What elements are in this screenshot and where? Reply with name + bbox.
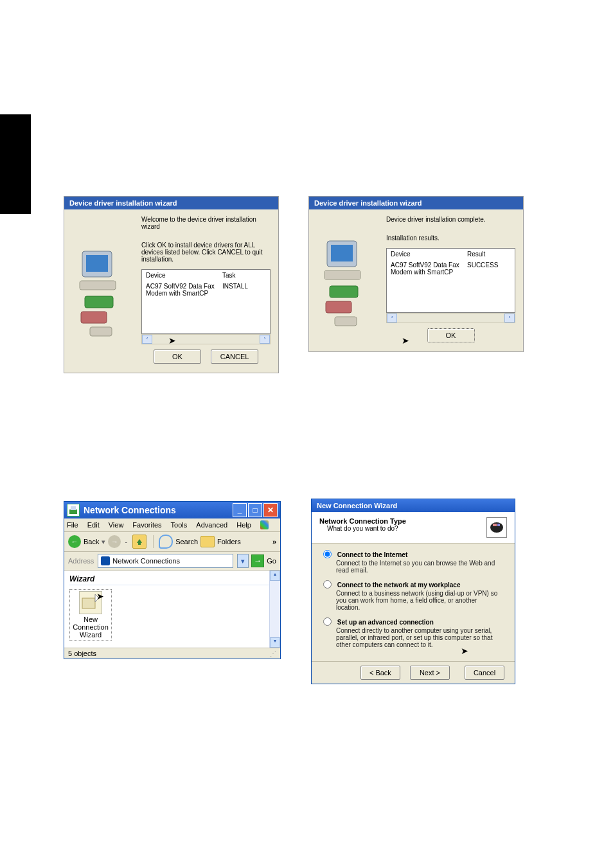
col-task: Task (222, 272, 266, 279)
svg-rect-13 (71, 506, 76, 510)
install-wizard-1-instruction: Click OK to install device drivers for A… (141, 242, 271, 263)
scroll-left-icon[interactable]: ‹ (142, 335, 152, 344)
toolbar: ← Back ▾ → - Search Folders » (64, 532, 280, 552)
install-wizard-2-device-list: Device Result AC97 SoftV92 Data Fax Mode… (386, 248, 515, 313)
install-wizard-1-art (64, 209, 139, 373)
menu-edit[interactable]: Edit (87, 521, 100, 529)
svg-rect-16 (493, 524, 497, 526)
ncw-footer: < Back Next > Cancel (312, 661, 515, 684)
scroll-right-icon[interactable]: › (504, 314, 515, 323)
back-dropdown-icon[interactable]: ▾ (102, 538, 105, 546)
address-value: Network Connections (112, 557, 180, 565)
ok-button[interactable]: OK (427, 328, 475, 342)
window-titlebar[interactable]: Network Connections _ □ ✕ (64, 502, 280, 518)
device-name: AC97 SoftV92 Data Fax Modem with SmartCP (146, 283, 222, 297)
ncw-header-title: Network Connection Type (319, 517, 406, 525)
svg-rect-12 (69, 509, 77, 514)
col-result: Result (467, 251, 511, 258)
back-button[interactable]: < Back (360, 666, 400, 680)
install-wizard-2-hscroll[interactable]: ‹ › (386, 313, 515, 323)
vertical-scrollbar[interactable]: ▴ ▾ (269, 571, 280, 648)
scroll-up-icon[interactable]: ▴ (270, 571, 280, 581)
col-device: Device (391, 251, 467, 258)
resize-grip-icon[interactable]: ⋰ (270, 650, 276, 657)
back-icon[interactable]: ← (68, 535, 81, 548)
minimize-button[interactable]: _ (233, 503, 247, 517)
device-task: INSTALL (222, 283, 266, 297)
scroll-left-icon[interactable]: ‹ (387, 314, 397, 323)
new-connection-wizard-item[interactable]: New Connection Wizard (69, 589, 112, 641)
menu-favorites[interactable]: Favorites (132, 521, 161, 529)
menu-bar: File Edit View Favorites Tools Advanced … (64, 518, 280, 532)
ncw-options: Connect to the Internet Connect to the I… (312, 544, 515, 661)
menu-advanced[interactable]: Advanced (196, 521, 227, 529)
cancel-button[interactable]: Cancel (465, 666, 504, 680)
up-icon[interactable] (132, 535, 147, 549)
back-label[interactable]: Back (84, 538, 99, 545)
option-connect-internet[interactable]: Connect to the Internet Connect to the I… (333, 550, 499, 574)
folders-label[interactable]: Folders (217, 538, 241, 545)
svg-rect-8 (324, 270, 360, 279)
col-device: Device (146, 272, 222, 279)
maximize-button[interactable]: □ (248, 503, 262, 517)
menu-tools[interactable]: Tools (171, 521, 188, 529)
toolbar-chevron-icon[interactable]: » (272, 538, 276, 545)
next-button[interactable]: Next > (410, 666, 450, 680)
address-field[interactable]: Network Connections (98, 554, 233, 568)
opt1-desc: Connect to the Internet so you can brows… (336, 560, 499, 574)
search-label[interactable]: Search (175, 538, 198, 545)
folders-icon[interactable] (200, 536, 215, 547)
search-icon[interactable] (159, 535, 173, 549)
address-icon (101, 556, 110, 565)
opt2-desc: Connect to a business network (using dia… (336, 590, 499, 611)
network-connections-window: Network Connections _ □ ✕ File Edit View… (64, 501, 281, 659)
install-wizard-2: Device driver installation wizard Device… (308, 196, 524, 352)
install-wizard-1-welcome: Welcome to the device driver installatio… (141, 216, 271, 230)
install-wizard-2-title: Device driver installation wizard (309, 197, 523, 209)
page-side-tab (0, 114, 31, 214)
menu-view[interactable]: View (109, 521, 124, 529)
install-wizard-1-title: Device driver installation wizard (64, 197, 278, 209)
address-dropdown-icon[interactable]: ▾ (237, 554, 249, 568)
radio-advanced-connection[interactable] (323, 617, 332, 626)
go-button-icon[interactable]: → (251, 554, 264, 567)
svg-rect-5 (90, 327, 112, 336)
content-pane[interactable]: Wizard New Connection Wizard ▴ ▾ ➤ (64, 571, 280, 648)
svg-rect-1 (86, 255, 108, 272)
status-bar: 5 objects ⋰ (64, 648, 280, 659)
item-label-1: New (71, 616, 110, 623)
scroll-right-icon[interactable]: › (260, 335, 270, 344)
forward-icon[interactable]: → (108, 535, 121, 548)
opt1-title: Connect to the Internet (337, 551, 407, 558)
opt3-desc: Connect directly to another computer usi… (336, 627, 499, 648)
category-wizard: Wizard (69, 574, 275, 583)
device-result: SUCCESS (467, 261, 511, 276)
radio-connect-internet[interactable] (323, 550, 332, 558)
menu-file[interactable]: File (67, 521, 78, 529)
svg-rect-9 (330, 286, 358, 297)
install-wizard-1-hscroll[interactable]: ‹ › (141, 334, 271, 344)
svg-rect-4 (81, 312, 107, 323)
scroll-down-icon[interactable]: ▾ (270, 637, 280, 648)
go-label[interactable]: Go (267, 557, 276, 565)
network-connections-icon (67, 504, 80, 517)
new-connection-wizard: New Connection Wizard Network Connection… (311, 499, 515, 684)
cancel-button[interactable]: CANCEL (211, 350, 258, 364)
option-advanced-connection[interactable]: Set up an advanced connection Connect di… (333, 617, 499, 648)
window-title: Network Connections (84, 505, 176, 515)
opt2-title: Connect to the network at my workplace (337, 581, 461, 589)
option-connect-workplace[interactable]: Connect to the network at my workplace C… (333, 580, 499, 611)
radio-connect-workplace[interactable] (323, 580, 332, 589)
install-wizard-1-device-list: Device Task AC97 SoftV92 Data Fax Modem … (141, 269, 271, 334)
ncw-titlebar[interactable]: New Connection Wizard (312, 499, 515, 512)
status-text: 5 objects (68, 650, 96, 657)
item-label-2: Connection (71, 623, 110, 631)
windows-flag-icon (260, 520, 269, 529)
install-wizard-2-complete: Device driver installation complete. (386, 216, 515, 223)
close-button[interactable]: ✕ (263, 503, 278, 517)
menu-help[interactable]: Help (236, 521, 251, 529)
svg-rect-14 (82, 598, 95, 608)
ok-button[interactable]: OK (154, 350, 201, 364)
svg-rect-3 (85, 296, 113, 308)
svg-rect-10 (326, 301, 351, 313)
